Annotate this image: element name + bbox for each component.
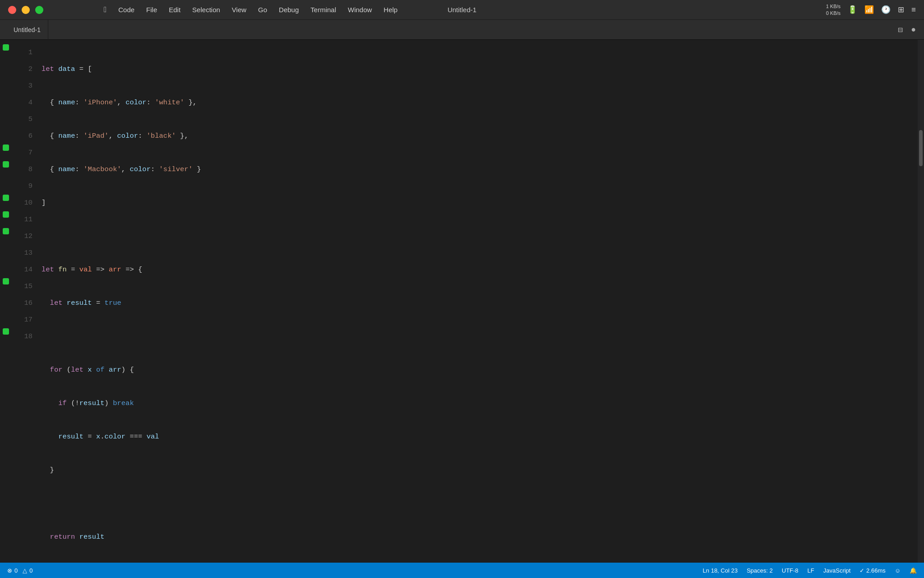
line-5: ] <box>42 195 918 211</box>
code-area[interactable]: 1 2 3 4 5 6 7 8 9 10 11 12 13 14 15 16 1… <box>12 40 918 563</box>
warning-icon: △ <box>23 567 27 574</box>
encoding[interactable]: UTF-8 <box>782 567 799 574</box>
editor-tab[interactable]: Untitled-1 <box>6 20 48 40</box>
error-count[interactable]: ⊗ 0 △ 0 <box>7 567 32 574</box>
smiley-icon[interactable]: ☺ <box>895 567 901 574</box>
breakpoint-1[interactable] <box>3 44 9 51</box>
menu-help[interactable]: Help <box>383 6 397 14</box>
line-12: result = x.color === val <box>42 429 918 445</box>
split-editor-button[interactable]: ⊟ <box>898 25 903 35</box>
apple-menu[interactable]:  <box>104 5 106 14</box>
breakpoint-12[interactable] <box>3 228 9 234</box>
menu-go[interactable]: Go <box>258 6 267 14</box>
line-11: if (!result) break <box>42 395 918 412</box>
notification-bell[interactable]: 🔔 <box>910 567 917 574</box>
cursor-position[interactable]: Ln 18, Col 23 <box>703 567 738 574</box>
clock-icon: 🕐 <box>881 5 891 14</box>
close-button[interactable] <box>8 6 16 14</box>
line-10: for (let x of arr) { <box>42 362 918 378</box>
line-16: } <box>42 562 918 563</box>
wifi-icon: 📶 <box>864 5 874 14</box>
line-4: { name: 'Macbook', color: 'silver' } <box>42 161 918 178</box>
line-8: let result = true <box>42 295 918 312</box>
window-controls <box>0 6 90 14</box>
menu-selection[interactable]: Selection <box>192 6 220 14</box>
line-14 <box>42 495 918 512</box>
scrollbar-thumb[interactable] <box>919 130 923 166</box>
language-mode[interactable]: JavaScript <box>823 567 851 574</box>
status-bar: ⊗ 0 △ 0 Ln 18, Col 23 Spaces: 2 UTF-8 LF… <box>0 563 924 578</box>
battery-icon: 🔋 <box>848 5 857 14</box>
menu-debug[interactable]: Debug <box>279 6 299 14</box>
breakpoint-8[interactable] <box>3 161 9 168</box>
breakpoint-gutter <box>0 40 12 563</box>
network-status: 1 KB/s 0 KB/s <box>826 3 841 16</box>
line-6 <box>42 228 918 245</box>
breakpoint-11[interactable] <box>3 211 9 218</box>
vertical-scrollbar[interactable] <box>918 40 924 563</box>
window-title: Untitled-1 <box>448 6 476 14</box>
menu-file[interactable]: File <box>146 6 157 14</box>
breakpoint-7[interactable] <box>3 144 9 151</box>
menu-view[interactable]: View <box>232 6 246 14</box>
editor-content: 1 2 3 4 5 6 7 8 9 10 11 12 13 14 15 16 1… <box>12 40 918 563</box>
maximize-button[interactable] <box>35 6 43 14</box>
line-7: let fn = val => arr => { <box>42 261 918 278</box>
code-content[interactable]: let data = [ { name: 'iPhone', color: 'w… <box>40 43 918 559</box>
menu-window[interactable]: Window <box>348 6 372 14</box>
perf-indicator: ✓ 2.66ms <box>859 567 885 574</box>
error-icon: ⊗ <box>7 567 12 574</box>
minimize-button[interactable] <box>22 6 30 14</box>
eol[interactable]: LF <box>808 567 814 574</box>
menu-terminal[interactable]: Terminal <box>310 6 336 14</box>
system-tray: 1 KB/s 0 KB/s 🔋 📶 🕐 ⊞ ≡ <box>826 3 924 16</box>
breakpoint-15[interactable] <box>3 278 9 284</box>
notification-icon: ≡ <box>911 5 916 14</box>
menu-edit[interactable]: Edit <box>169 6 180 14</box>
breakpoint-10[interactable] <box>3 195 9 201</box>
menu-extra-icon: ⊞ <box>898 5 904 14</box>
editor-toolbar: ⊟ ● <box>898 25 924 35</box>
line-13: } <box>42 462 918 479</box>
tab-filename: Untitled-1 <box>14 26 41 33</box>
breakpoint-18[interactable] <box>3 328 9 335</box>
editor: 1 2 3 4 5 6 7 8 9 10 11 12 13 14 15 16 1… <box>0 40 924 563</box>
tab-bar: Untitled-1 ⊟ ● <box>0 20 924 40</box>
line-2: { name: 'iPhone', color: 'white' }, <box>42 94 918 111</box>
line-1: let data = [ <box>42 61 918 78</box>
indentation[interactable]: Spaces: 2 <box>747 567 773 574</box>
status-left: ⊗ 0 △ 0 <box>7 567 32 574</box>
menu-code[interactable]: Code <box>118 6 134 14</box>
unsaved-indicator: ● <box>911 25 916 34</box>
titlebar:  Code File Edit Selection View Go Debug… <box>0 0 924 20</box>
status-right: Ln 18, Col 23 Spaces: 2 UTF-8 LF JavaScr… <box>703 567 917 574</box>
line-9 <box>42 328 918 345</box>
line-15: return result <box>42 529 918 545</box>
line-numbers: 1 2 3 4 5 6 7 8 9 10 11 12 13 14 15 16 1… <box>12 43 40 559</box>
line-3: { name: 'iPad', color: 'black' }, <box>42 128 918 144</box>
